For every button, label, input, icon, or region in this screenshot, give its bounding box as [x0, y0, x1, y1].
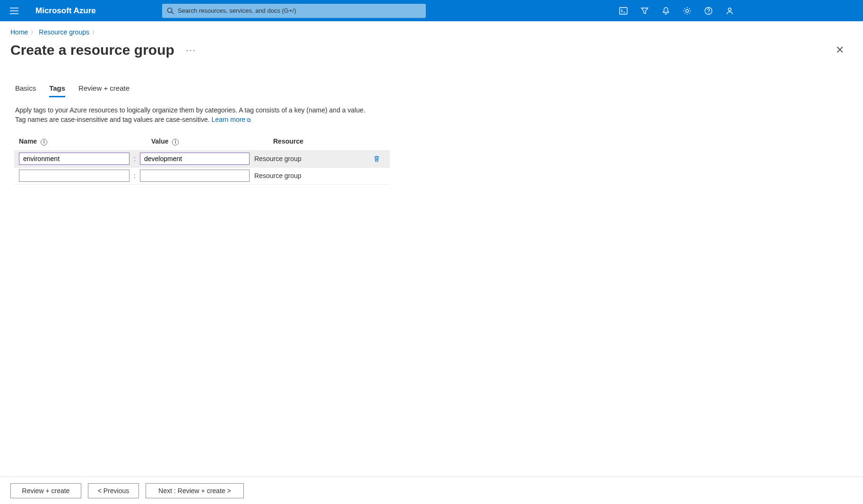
search-input[interactable]: [178, 7, 421, 14]
column-resource-header: Resource: [273, 137, 303, 145]
svg-point-9: [708, 12, 709, 13]
settings-icon[interactable]: [676, 0, 698, 21]
colon-separator: :: [129, 172, 140, 179]
tag-resource-label: Resource group: [250, 172, 390, 179]
tabs: Basics Tags Review + create: [0, 84, 863, 97]
feedback-icon[interactable]: [719, 0, 740, 21]
info-icon[interactable]: i: [172, 139, 179, 145]
learn-more-link[interactable]: Learn more⧉: [212, 116, 251, 123]
close-blade-button[interactable]: ✕: [836, 44, 844, 56]
tab-tags[interactable]: Tags: [49, 84, 65, 97]
tab-review-create[interactable]: Review + create: [78, 84, 129, 97]
svg-line-4: [172, 12, 173, 14]
notifications-icon[interactable]: [655, 0, 676, 21]
svg-point-3: [167, 8, 172, 12]
column-name-header: Name: [19, 137, 37, 145]
tab-basics[interactable]: Basics: [15, 84, 36, 97]
description-text: Apply tags to your Azure resources to lo…: [15, 106, 365, 123]
next-button[interactable]: Next : Review + create >: [146, 483, 244, 498]
breadcrumb-home[interactable]: Home: [10, 28, 28, 36]
chevron-right-icon: 〉: [92, 29, 97, 36]
review-create-button[interactable]: Review + create: [10, 483, 81, 498]
column-value-header: Value: [151, 137, 169, 145]
tag-value-input[interactable]: [140, 170, 250, 182]
brand-label: Microsoft Azure: [35, 6, 96, 16]
delete-tag-button[interactable]: [373, 155, 380, 162]
topbar: Microsoft Azure: [0, 0, 863, 21]
tag-name-input[interactable]: [19, 153, 129, 165]
tags-description: Apply tags to your Azure resources to lo…: [0, 97, 388, 124]
tag-row: : Resource group: [14, 167, 390, 184]
blade-header: Create a resource group ··· ✕: [0, 42, 863, 58]
colon-separator: :: [129, 155, 140, 162]
directory-filter-icon[interactable]: [634, 0, 655, 21]
breadcrumb: Home 〉 Resource groups 〉: [0, 21, 863, 38]
tag-value-input[interactable]: [140, 153, 250, 165]
tag-name-input[interactable]: [19, 170, 129, 182]
info-icon[interactable]: i: [41, 139, 47, 145]
help-icon[interactable]: [698, 0, 719, 21]
tags-table: Name i Value i Resource : Resource group…: [14, 137, 390, 185]
wizard-footer: Review + create < Previous Next : Review…: [0, 477, 863, 504]
cloud-shell-icon[interactable]: [613, 0, 634, 21]
search-icon: [167, 7, 174, 15]
tags-table-header: Name i Value i Resource: [14, 137, 390, 150]
previous-button[interactable]: < Previous: [88, 483, 139, 498]
svg-point-7: [686, 9, 689, 12]
breadcrumb-resource-groups[interactable]: Resource groups: [39, 28, 89, 36]
tag-resource-label: Resource group: [250, 155, 373, 162]
external-link-icon: ⧉: [247, 117, 251, 123]
svg-rect-5: [620, 8, 627, 14]
chevron-right-icon: 〉: [31, 29, 36, 36]
page-title: Create a resource group: [10, 42, 174, 58]
search-box[interactable]: [162, 4, 426, 18]
tag-row: : Resource group: [14, 150, 390, 167]
hamburger-menu[interactable]: [5, 1, 24, 20]
svg-point-10: [728, 8, 731, 11]
more-actions-button[interactable]: ···: [186, 45, 196, 55]
